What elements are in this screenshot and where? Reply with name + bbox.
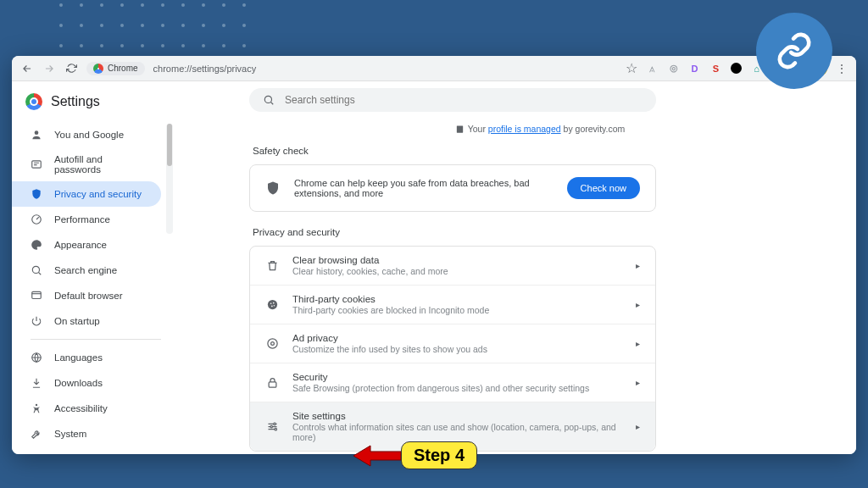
svg-rect-4 [32, 291, 42, 298]
sidebar-item-label: Default browser [54, 291, 123, 301]
safety-section-label: Safety check [253, 146, 831, 156]
back-button[interactable] [20, 62, 34, 75]
sidebar-item-performance[interactable]: Performance [12, 207, 161, 232]
profile-managed-link[interactable]: profile is managed [488, 124, 561, 134]
row-title: Site settings [292, 411, 622, 421]
building-icon [455, 125, 465, 134]
chevron-right-icon: ▸ [636, 339, 640, 348]
sidebar-item-label: Downloads [54, 378, 103, 388]
privacy-row-ad-privacy[interactable]: Ad privacy Customize the info used by si… [250, 324, 655, 363]
check-now-button[interactable]: Check now [567, 177, 640, 199]
site-chip[interactable]: Chrome [86, 62, 145, 75]
globe-icon [31, 352, 42, 363]
chevron-right-icon: ▸ [636, 378, 640, 387]
row-title: Ad privacy [292, 333, 622, 343]
reload-button[interactable] [64, 62, 78, 75]
chevron-right-icon: ▸ [636, 422, 640, 431]
extension-icon[interactable]: D [688, 62, 701, 75]
svg-point-6 [36, 404, 37, 406]
trash-icon [265, 259, 279, 272]
palette-icon [31, 239, 42, 251]
chevron-right-icon: ▸ [636, 300, 640, 309]
privacy-row-clear-browsing-data[interactable]: Clear browsing data Clear history, cooki… [250, 247, 655, 286]
sidebar-item-privacy-and-security[interactable]: Privacy and security [12, 181, 161, 207]
svg-point-9 [267, 300, 276, 309]
sidebar-item-autofill-and-passwords[interactable]: Autofill and passwords [12, 147, 161, 181]
privacy-section-label: Privacy and security [253, 227, 831, 237]
address-bar[interactable]: chrome://settings/privacy [153, 64, 617, 74]
svg-point-14 [267, 339, 276, 348]
sidebar-item-reset-settings[interactable]: Reset settings [12, 446, 161, 454]
row-title: Clear browsing data [292, 255, 622, 265]
extension-icon[interactable] [731, 63, 742, 74]
row-subtitle: Safe Browsing (protection from dangerous… [292, 383, 622, 393]
svg-point-12 [271, 306, 273, 308]
chrome-logo-icon [93, 64, 103, 74]
extension-icon[interactable]: ⟑ [646, 62, 659, 75]
sidebar-item-you-and-google[interactable]: You and Google [12, 122, 161, 147]
settings-sidebar: Settings You and GoogleAutofill and pass… [12, 81, 173, 454]
star-icon[interactable]: ☆ [626, 60, 637, 76]
step-label: Step 4 [401, 441, 477, 469]
row-subtitle: Customize the info used by sites to show… [292, 344, 622, 354]
sidebar-divider [31, 339, 161, 340]
sidebar-item-label: Search engine [54, 265, 117, 275]
row-subtitle: Third-party cookies are blocked in Incog… [292, 305, 622, 315]
step-annotation: Step 4 [352, 441, 477, 469]
download-icon [31, 377, 42, 389]
browser-icon [31, 290, 42, 302]
extension-icon[interactable]: ◎ [667, 62, 680, 75]
sidebar-nav: You and GoogleAutofill and passwordsPriv… [12, 122, 173, 334]
sidebar-item-label: You and Google [54, 130, 124, 140]
sidebar-item-label: On startup [54, 316, 100, 326]
adpriv-icon [265, 337, 279, 350]
browser-toolbar: Chrome chrome://settings/privacy ☆ ⟑ ◎ D… [12, 56, 856, 81]
settings-search[interactable] [249, 88, 656, 112]
sidebar-item-languages[interactable]: Languages [12, 345, 161, 370]
extension-icon[interactable]: S [709, 62, 722, 75]
svg-rect-8 [457, 125, 463, 132]
sidebar-item-label: Languages [54, 352, 103, 363]
safety-text: Chrome can help keep you safe from data … [294, 178, 554, 198]
sidebar-item-label: Autofill and passwords [54, 154, 147, 175]
page-title: Settings [51, 94, 100, 109]
person-icon [31, 129, 42, 141]
safety-check-card: Chrome can help keep you safe from data … [249, 164, 656, 212]
svg-point-3 [32, 266, 39, 273]
svg-point-18 [270, 425, 273, 428]
sidebar-item-on-startup[interactable]: On startup [12, 308, 161, 334]
browser-window: Chrome chrome://settings/privacy ☆ ⟑ ◎ D… [12, 56, 856, 454]
settings-main: Your profile is managed by gorevity.com … [173, 81, 856, 454]
privacy-row-security[interactable]: Security Safe Browsing (protection from … [250, 363, 655, 402]
search-input[interactable] [285, 94, 643, 106]
forward-button[interactable] [42, 62, 56, 75]
sidebar-item-downloads[interactable]: Downloads [12, 370, 161, 396]
sidebar-item-search-engine[interactable]: Search engine [12, 258, 161, 283]
sidebar-nav-more: LanguagesDownloadsAccessibilitySystemRes… [12, 345, 173, 454]
red-arrow-icon [352, 443, 403, 469]
sidebar-item-label: Privacy and security [54, 189, 142, 199]
svg-point-0 [35, 130, 39, 135]
cookie-icon [265, 298, 279, 311]
svg-point-13 [273, 305, 274, 306]
accessibility-icon [31, 402, 42, 414]
sidebar-item-accessibility[interactable]: Accessibility [12, 396, 161, 421]
decorative-dots [59, 3, 249, 51]
power-icon [31, 315, 42, 327]
row-subtitle: Clear history, cookies, cache, and more [292, 266, 622, 276]
shield-icon [31, 188, 42, 200]
sidebar-scrollbar[interactable] [166, 124, 173, 234]
sidebar-item-default-browser[interactable]: Default browser [12, 283, 161, 308]
shield-icon [265, 180, 281, 196]
profile-managed-message: Your profile is managed by gorevity.com [249, 124, 831, 134]
search-icon [31, 264, 42, 276]
wrench-icon [31, 428, 42, 440]
sliders-icon [265, 420, 279, 433]
lock-icon [265, 376, 279, 389]
sidebar-item-appearance[interactable]: Appearance [12, 232, 161, 258]
privacy-row-third-party-cookies[interactable]: Third-party cookies Third-party cookies … [250, 286, 655, 324]
kebab-menu-icon[interactable]: ⋮ [836, 62, 848, 75]
sidebar-item-system[interactable]: System [12, 421, 161, 446]
link-badge [756, 13, 832, 89]
sidebar-item-label: Appearance [54, 240, 107, 250]
